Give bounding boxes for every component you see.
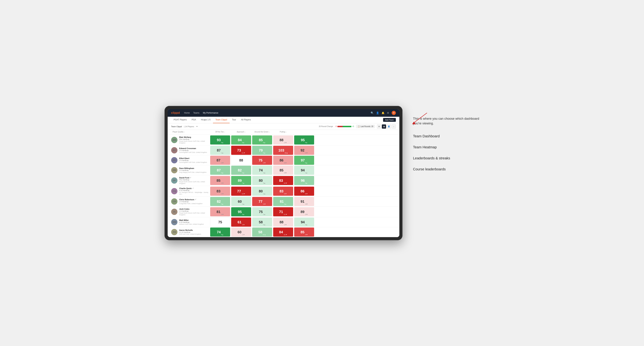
download-button[interactable]: ↓ (392, 124, 396, 129)
nav-link-teams[interactable]: Teams (193, 111, 199, 115)
score-change: -11▼ (283, 213, 287, 215)
score-change: 9▲ (305, 142, 308, 144)
score-cell: 85-3▼ (273, 166, 293, 175)
table-row[interactable]: DFDavid Ford✓Plus HandicapRoyal North De… (168, 175, 399, 186)
score-change: 2▲ (242, 203, 244, 205)
player-handicap: 1-5 Handicap (179, 170, 206, 171)
score-change: 3▲ (305, 224, 308, 226)
score-value: 60 (238, 200, 242, 203)
score-cell: 61-3▼ (231, 218, 251, 227)
score-value: 81 (216, 210, 220, 213)
player-name: Josh Coles (179, 208, 210, 210)
menu-option-item[interactable]: Course leaderboards (413, 164, 480, 174)
table-row[interactable]: EEElliot Ebert1-5 HandicapSunningdale Go… (168, 155, 399, 165)
table-row[interactable]: MMMatt Miller6-10 HandicapWoburn Golf Cl… (168, 217, 399, 227)
avatar: MM (171, 219, 178, 225)
score-cell: 77-3▼ (252, 197, 272, 206)
score-cell: 814▲ (273, 197, 293, 206)
player-handicap: 1-5 Handicap (179, 210, 210, 212)
score-value: 95 (238, 210, 242, 213)
score-change: -6▼ (284, 162, 287, 164)
score-change: 4▲ (263, 224, 266, 226)
add-team-button[interactable]: Add Team (383, 118, 396, 122)
score-cell: 584▲ (252, 218, 272, 227)
player-details: Elliot Ebert1-5 HandicapSunningdale Golf… (179, 157, 207, 163)
score-value: 85 (259, 138, 263, 142)
score-value: 71 (279, 210, 283, 213)
edit-icon[interactable]: ✏ (196, 125, 198, 128)
menu-option-item[interactable]: Leaderboards & streaks (413, 153, 480, 163)
grid-view-button[interactable]: ⊞ (377, 124, 381, 129)
score-value: 88 (280, 220, 283, 224)
score-change: 1▲ (263, 193, 266, 195)
subnav-hcaps[interactable]: Hcaps 1-5 (198, 117, 213, 123)
heatmap-view-button[interactable]: ▦ (382, 124, 386, 129)
person-view-button[interactable]: 👤 (387, 124, 391, 129)
subnav-allplayers[interactable]: All Players (238, 117, 254, 123)
avatar: BM (171, 137, 178, 143)
player-name: Elliot Ebert (179, 157, 207, 159)
subnav-pgat[interactable]: PGAT Players (171, 117, 189, 123)
person-icon[interactable]: 👤 (376, 112, 379, 114)
player-handicap: 6-10 Handicap (179, 190, 210, 191)
verified-icon: ✓ (192, 187, 194, 189)
score-cell: 5810▲ (252, 227, 272, 237)
score-value: 83 (216, 189, 220, 193)
score-value: 94 (301, 220, 305, 224)
subnav-tour[interactable]: Tour (230, 117, 238, 123)
change-pos: +5 (352, 126, 354, 127)
score-cell: 874▲ (210, 166, 230, 175)
menu-options: Team DashboardTeam HeatmapLeaderboards &… (413, 131, 480, 174)
subnav-teamclippd[interactable]: Team Clippd (213, 117, 230, 123)
view-icons: ⊞ ▦ 👤 ↓ (377, 124, 396, 129)
player-details: David Ford✓Plus HandicapRoyal North Devo… (179, 177, 210, 184)
score-cell: 858▲ (252, 135, 272, 145)
table-row[interactable]: ANAaron Nicholls11-15 HandicapDrift Golf… (168, 227, 399, 237)
menu-option-item[interactable]: Team Dashboard (413, 131, 480, 141)
score-change: -1▼ (284, 142, 287, 144)
score-value: 84 (238, 138, 242, 142)
score-cell: 83-3▼ (210, 187, 230, 196)
score-change: -1▼ (242, 234, 245, 236)
annotation-arrow (410, 111, 430, 125)
score-value: 95 (301, 138, 305, 142)
main-table: Player Quality ↓ Off the Tee ↓ Approach … (168, 130, 399, 237)
avatar: DF (171, 177, 178, 184)
score-cell: 602▲ (231, 197, 251, 206)
score-cell: 87-3▼ (210, 156, 230, 165)
score-change: -3▼ (221, 193, 224, 195)
player-handicap: Plus Handicap (179, 179, 210, 181)
last-rounds-icon: 📋 (358, 126, 360, 127)
nav-link-home[interactable]: Home (184, 111, 190, 115)
last-rounds-button[interactable]: 📋 Last Rounds: 20 (356, 125, 375, 128)
player-club: Royal North Devon Golf Club, United King… (179, 181, 210, 184)
nav-link-myperformance[interactable]: My Performance (203, 111, 218, 115)
settings-icon[interactable]: ⚙ (387, 112, 389, 114)
score-change: -2▼ (305, 213, 308, 215)
avatar[interactable]: U (392, 111, 396, 115)
table-row[interactable]: JCJosh Coles1-5 HandicapRoyal North Devo… (168, 206, 399, 217)
player-name: Charlie Quick✓ (179, 187, 210, 189)
table-row[interactable]: DBDave Billingham1-5 HandicapGog Magog G… (168, 165, 399, 175)
player-handicap: 6-10 Handicap (179, 221, 204, 223)
score-change: 8▲ (221, 234, 224, 236)
score-change: 1▲ (221, 152, 224, 154)
score-change: -4▼ (305, 234, 308, 236)
score-value: 85 (300, 230, 304, 234)
score-change: -10▼ (283, 182, 287, 184)
table-row[interactable]: ECEdward Crossman1-5 HandicapSunningdale… (168, 145, 399, 155)
subnav-pga[interactable]: PGA (189, 117, 198, 123)
table-row[interactable]: BMBlair McHargPlus HandicapRoyal North D… (168, 135, 399, 145)
player-info: BMBlair McHargPlus HandicapRoyal North D… (171, 135, 210, 145)
score-cell: 801▲ (252, 187, 272, 196)
score-cell: 84-21▼ (273, 227, 293, 237)
bell-icon[interactable]: 🔔 (382, 112, 384, 114)
score-cell: 941▲ (294, 166, 314, 175)
score-cell: 86-8▼ (294, 187, 314, 196)
table-row[interactable]: CRChris Robertson✓1-5 HandicapCraigmilla… (168, 197, 399, 206)
menu-option-item[interactable]: Team Heatmap (413, 142, 480, 152)
avatar: EE (171, 157, 178, 163)
table-row[interactable]: CQCharlie Quick✓6-10 HandicapSt. George'… (168, 186, 399, 197)
score-value: 87 (217, 169, 221, 172)
search-icon[interactable]: 🔍 (371, 112, 374, 114)
